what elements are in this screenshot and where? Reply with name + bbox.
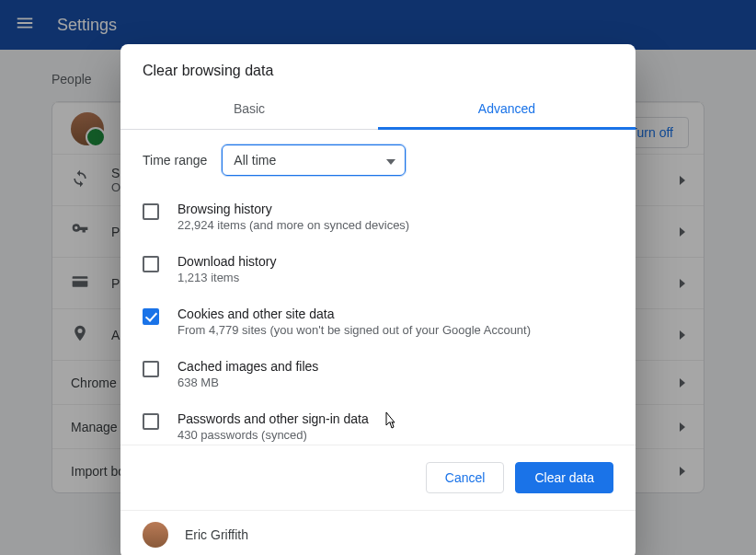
option-subtitle: 1,213 items [178,271,276,284]
checkbox[interactable] [143,308,159,325]
checkbox[interactable] [143,203,159,220]
option-subtitle: 430 passwords (synced) [178,428,369,442]
option-title: Cached images and files [178,359,318,374]
clear-browsing-data-dialog: Clear browsing data Basic Advanced Time … [120,44,636,555]
time-range-select[interactable]: All time [222,145,406,176]
option-subtitle: 22,924 items (and more on synced devices… [178,218,409,232]
option-subtitle: 638 MB [178,376,318,389]
time-range-value: All time [234,153,276,168]
checkbox[interactable] [143,256,159,272]
option-passwords[interactable]: Passwords and other sign-in data 430 pas… [143,400,613,445]
option-download-history[interactable]: Download history 1,213 items [143,243,613,295]
checkbox[interactable] [143,361,159,377]
tab-bar: Basic Advanced [120,90,636,130]
dialog-body[interactable]: Time range All time Browsing history 22,… [120,130,636,445]
dialog-actions: Cancel Clear data [120,445,636,510]
option-cookies[interactable]: Cookies and other site data From 4,779 s… [143,295,613,348]
cancel-button[interactable]: Cancel [426,462,505,493]
option-title: Passwords and other sign-in data [178,411,369,426]
dialog-title: Clear browsing data [120,44,636,90]
option-title: Download history [178,254,276,269]
avatar [143,522,168,548]
option-title: Cookies and other site data [178,306,531,321]
clear-data-button[interactable]: Clear data [515,462,613,493]
time-range-label: Time range [143,153,207,168]
option-cached-images[interactable]: Cached images and files 638 MB [143,348,613,400]
caret-down-icon [386,153,395,168]
option-subtitle: From 4,779 sites (you won't be signed ou… [178,323,531,337]
tab-advanced[interactable]: Advanced [378,90,636,130]
tab-basic[interactable]: Basic [120,90,378,129]
option-title: Browsing history [178,202,409,216]
option-browsing-history[interactable]: Browsing history 22,924 items (and more … [143,191,613,243]
footer-user-name: Eric Griffith [185,527,248,542]
checkbox[interactable] [143,413,159,430]
time-range-row: Time range All time [143,145,613,176]
dialog-footer: Eric Griffith [120,510,636,555]
